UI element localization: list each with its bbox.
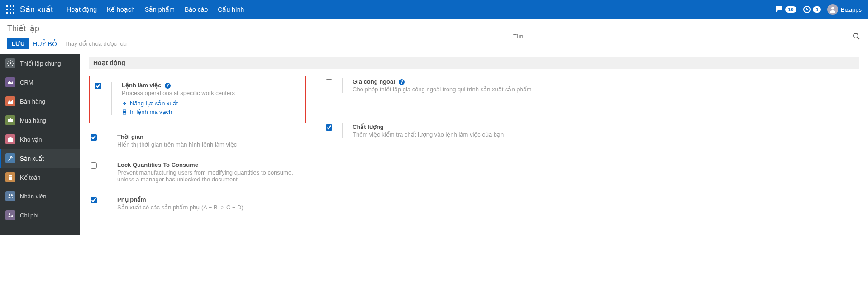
svg-point-19 [11, 215, 13, 217]
setting-desc-time: Hiển thị thời gian trên màn hình lệnh là… [117, 141, 304, 148]
sidebar-item-purchase[interactable]: Mua hàng [0, 111, 80, 130]
sidebar-item-inventory[interactable]: Kho vận [0, 130, 80, 149]
topbar: Sản xuất Hoạt động Kế hoạch Sản phẩm Báo… [0, 0, 868, 19]
setting-title-quality: Chất lượng [353, 123, 539, 130]
print-icon [122, 109, 127, 115]
box-icon [5, 134, 15, 144]
svg-rect-4 [10, 9, 11, 10]
sidebar-item-accounting[interactable]: Kế toán [0, 168, 80, 187]
search-icon[interactable] [853, 33, 860, 40]
svg-rect-13 [8, 119, 13, 122]
receipt-icon [5, 210, 15, 220]
svg-point-11 [854, 33, 858, 38]
people-icon [5, 191, 15, 201]
link-capacity[interactable]: Năng lực sản xuất [122, 100, 300, 107]
svg-point-16 [9, 194, 10, 196]
sidebar-item-general[interactable]: Thiết lập chung [0, 54, 80, 73]
setting-desc-quality: Thêm việc kiểm tra chất lượng vào lệnh l… [353, 131, 539, 138]
checkbox-time[interactable] [91, 134, 97, 141]
svg-rect-14 [8, 138, 13, 142]
sidebar-item-label: Chi phí [20, 212, 38, 219]
user-menu[interactable]: Bizapps [827, 4, 862, 15]
book-icon [5, 172, 15, 182]
highlight-box: Lệnh làm việc ? Process operations at sp… [89, 76, 306, 123]
sidebar-item-label: Kho vận [20, 136, 42, 143]
checkbox-subcontracting[interactable] [326, 79, 332, 85]
svg-rect-2 [13, 5, 14, 7]
svg-point-12 [10, 62, 11, 64]
svg-rect-8 [13, 12, 14, 14]
search-bar[interactable] [512, 31, 861, 42]
unsaved-status: Thay đổi chưa được lưu [64, 40, 127, 47]
cart-icon [5, 115, 15, 125]
user-name: Bizapps [841, 6, 862, 13]
setting-desc-byproducts: Sản xuất có các sản phẩm phụ (A + B -> C… [117, 204, 304, 211]
main-content: Hoạt động Lệnh làm việc ? Process operat… [80, 54, 868, 235]
setting-desc-subcontracting: Cho phép thiết lập gia công ngoài trong … [353, 86, 539, 93]
svg-text:?: ? [167, 83, 169, 88]
menu-products[interactable]: Sản phẩm [145, 6, 175, 13]
setting-title-lock: Lock Quantities To Consume [117, 161, 304, 168]
menu-activity[interactable]: Hoạt động [67, 6, 97, 13]
sidebar-item-manufacturing[interactable]: Sản xuất [0, 149, 80, 168]
top-menu: Hoạt động Kế hoạch Sản phẩm Báo cáo Cấu … [67, 6, 244, 13]
sidebar-item-expenses[interactable]: Chi phí [0, 206, 80, 225]
apps-icon[interactable] [6, 5, 14, 14]
sidebar-item-employees[interactable]: Nhân viên [0, 187, 80, 206]
activities-badge: 4 [813, 6, 821, 13]
sidebar-item-label: Mua hàng [20, 117, 46, 124]
setting-title-subcontracting: Gia công ngoài [353, 78, 395, 85]
activities-icon[interactable]: 4 [803, 5, 821, 14]
link-print-barcode[interactable]: In lệnh mã vạch [122, 109, 300, 115]
setting-title-byproducts: Phụ phẩm [117, 196, 304, 203]
help-icon[interactable]: ? [165, 83, 171, 89]
svg-rect-1 [10, 5, 11, 7]
save-button[interactable]: LƯU [7, 38, 29, 49]
sidebar: Thiết lập chung CRM Bán hàng Mua hàng Kh… [0, 54, 80, 235]
app-title[interactable]: Sản xuất [20, 5, 53, 14]
svg-point-18 [9, 213, 10, 215]
setting-title-work-orders: Lệnh làm việc [122, 82, 162, 89]
checkbox-quality[interactable] [326, 124, 332, 131]
checkbox-byproducts[interactable] [91, 197, 97, 203]
wrench-icon [5, 153, 15, 163]
setting-title-time: Thời gian [117, 133, 304, 140]
messages-badge: 10 [785, 6, 796, 13]
sidebar-item-label: CRM [20, 79, 33, 86]
gear-icon [5, 58, 15, 68]
svg-point-17 [11, 194, 13, 196]
chart-icon [5, 96, 15, 106]
sidebar-item-label: Sản xuất [20, 155, 44, 162]
section-header: Hoạt động [89, 57, 859, 69]
arrow-right-icon [122, 101, 127, 106]
svg-rect-5 [13, 9, 14, 10]
messages-icon[interactable]: 10 [775, 6, 796, 13]
menu-config[interactable]: Cấu hình [218, 6, 244, 13]
avatar-icon [827, 4, 838, 15]
control-bar: Thiết lập LƯU HUỶ BỎ Thay đổi chưa được … [0, 19, 868, 49]
handshake-icon [5, 77, 15, 87]
sidebar-item-crm[interactable]: CRM [0, 73, 80, 92]
svg-text:?: ? [400, 80, 403, 85]
setting-desc-work-orders: Process operations at specific work cent… [122, 90, 300, 96]
svg-rect-24 [123, 113, 126, 114]
setting-desc-lock: Prevent manufacturing users from modifyi… [117, 169, 304, 183]
breadcrumb: Thiết lập [7, 24, 512, 33]
menu-plan[interactable]: Kế hoạch [107, 6, 135, 13]
sidebar-item-label: Bán hàng [20, 98, 45, 105]
sidebar-item-sales[interactable]: Bán hàng [0, 92, 80, 111]
checkbox-lock-quantities[interactable] [91, 162, 97, 169]
svg-rect-22 [123, 111, 126, 113]
svg-rect-15 [9, 175, 12, 180]
menu-reports[interactable]: Báo cáo [185, 6, 208, 13]
sidebar-item-label: Kế toán [20, 174, 41, 181]
svg-rect-7 [10, 12, 11, 14]
sidebar-item-label: Nhân viên [20, 193, 47, 200]
svg-rect-3 [6, 9, 8, 10]
svg-rect-0 [6, 5, 8, 7]
sidebar-item-label: Thiết lập chung [20, 60, 61, 67]
help-icon[interactable]: ? [399, 79, 405, 85]
search-input[interactable] [513, 33, 853, 40]
checkbox-work-orders[interactable] [95, 83, 101, 89]
discard-button[interactable]: HUỶ BỎ [33, 40, 57, 47]
